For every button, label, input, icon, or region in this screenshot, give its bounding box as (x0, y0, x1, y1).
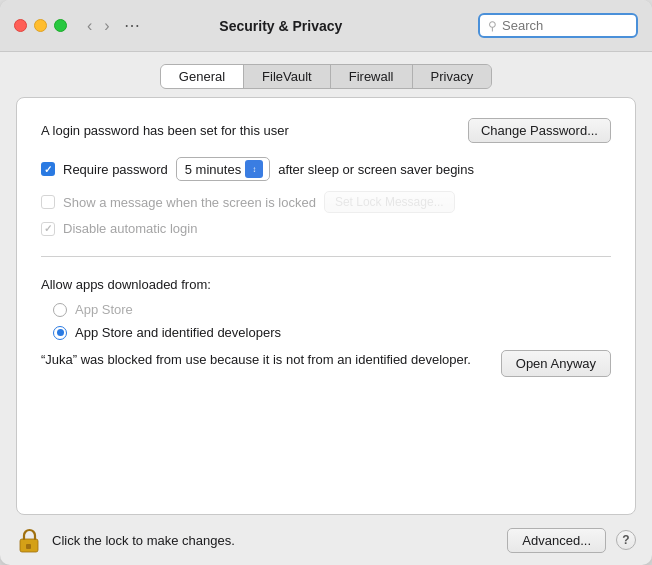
show-message-checkbox[interactable] (41, 195, 55, 209)
open-anyway-button[interactable]: Open Anyway (501, 350, 611, 377)
window: ‹ › ⋯ Security & Privacy ⚲ General FileV… (0, 0, 652, 565)
close-button[interactable] (14, 19, 27, 32)
dropdown-arrow-icon: ↕ (245, 160, 263, 178)
app-store-radio-row: App Store (53, 302, 611, 317)
tab-privacy[interactable]: Privacy (413, 65, 492, 88)
maximize-button[interactable] (54, 19, 67, 32)
help-button[interactable]: ? (616, 530, 636, 550)
change-password-button[interactable]: Change Password... (468, 118, 611, 143)
lock-message-text: Click the lock to make changes. (52, 533, 497, 548)
main-content: A login password has been set for this u… (16, 97, 636, 515)
app-store-identified-radio-row: App Store and identified developers (53, 325, 611, 340)
show-message-label: Show a message when the screen is locked (63, 195, 316, 210)
app-store-label: App Store (75, 302, 133, 317)
require-password-row: Require password 5 minutes ↕ after sleep… (41, 157, 611, 181)
tab-general[interactable]: General (161, 65, 244, 88)
tab-filevault[interactable]: FileVault (244, 65, 331, 88)
allow-apps-section: Allow apps downloaded from: App Store Ap… (41, 277, 611, 377)
app-store-identified-radio[interactable] (53, 326, 67, 340)
show-message-row: Show a message when the screen is locked… (41, 191, 611, 213)
blocked-text: “Juka” was blocked from use because it i… (41, 350, 485, 370)
password-timeout-dropdown[interactable]: 5 minutes ↕ (176, 157, 270, 181)
allow-apps-label: Allow apps downloaded from: (41, 277, 611, 292)
disable-autologin-checkbox[interactable] (41, 222, 55, 236)
minimize-button[interactable] (34, 19, 47, 32)
disable-autologin-row: Disable automatic login (41, 221, 611, 236)
advanced-button[interactable]: Advanced... (507, 528, 606, 553)
disable-autologin-label: Disable automatic login (63, 221, 197, 236)
set-lock-message-button[interactable]: Set Lock Message... (324, 191, 455, 213)
tabs: General FileVault Firewall Privacy (160, 64, 492, 89)
login-password-row: A login password has been set for this u… (41, 118, 611, 143)
app-store-radio[interactable] (53, 303, 67, 317)
require-password-checkbox[interactable] (41, 162, 55, 176)
tab-firewall[interactable]: Firewall (331, 65, 413, 88)
search-icon: ⚲ (488, 19, 497, 33)
login-password-text: A login password has been set for this u… (41, 123, 289, 138)
title-bar: ‹ › ⋯ Security & Privacy ⚲ (0, 0, 652, 52)
blocked-app-row: “Juka” was blocked from use because it i… (41, 350, 611, 377)
svg-rect-1 (26, 544, 31, 549)
bottom-bar: Click the lock to make changes. Advanced… (0, 515, 652, 565)
search-box[interactable]: ⚲ (478, 13, 638, 38)
lock-icon[interactable] (16, 527, 42, 553)
login-section: A login password has been set for this u… (41, 118, 611, 257)
app-store-identified-label: App Store and identified developers (75, 325, 281, 340)
after-sleep-label: after sleep or screen saver begins (278, 162, 474, 177)
traffic-lights (14, 19, 67, 32)
dropdown-value: 5 minutes (185, 162, 241, 177)
search-input[interactable] (502, 18, 622, 33)
window-title: Security & Privacy (84, 18, 478, 34)
tabs-container: General FileVault Firewall Privacy (0, 52, 652, 97)
require-password-label: Require password (63, 162, 168, 177)
